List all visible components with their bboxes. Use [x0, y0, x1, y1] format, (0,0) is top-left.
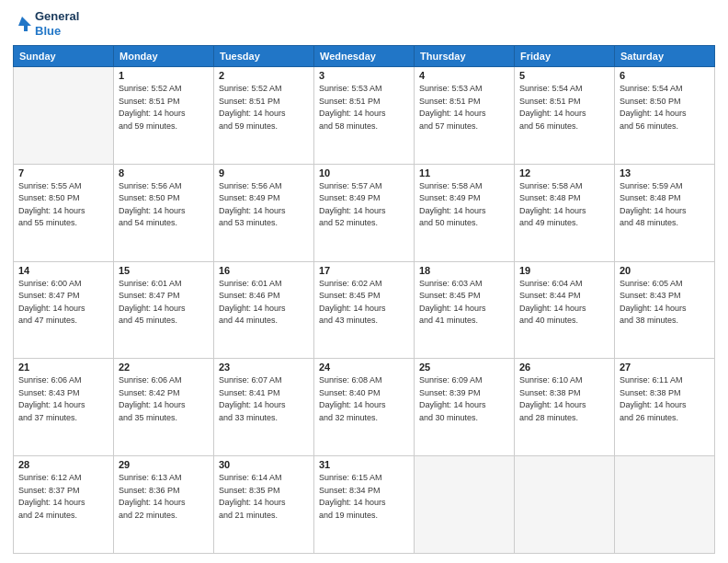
- day-number: 12: [519, 167, 609, 178]
- day-number: 16: [219, 265, 309, 276]
- day-number: 14: [18, 265, 108, 276]
- day-number: 23: [219, 362, 309, 373]
- calendar-cell: 30Sunrise: 6:14 AM Sunset: 8:35 PM Dayli…: [214, 456, 314, 554]
- day-info: Sunrise: 6:06 AM Sunset: 8:43 PM Dayligh…: [18, 374, 108, 424]
- calendar-body: 1Sunrise: 5:52 AM Sunset: 8:51 PM Daylig…: [14, 67, 715, 554]
- day-info: Sunrise: 6:13 AM Sunset: 8:36 PM Dayligh…: [119, 472, 209, 522]
- calendar-cell: 23Sunrise: 6:07 AM Sunset: 8:41 PM Dayli…: [214, 359, 314, 456]
- day-number: 11: [419, 167, 509, 178]
- day-number: 1: [119, 70, 209, 81]
- day-info: Sunrise: 6:03 AM Sunset: 8:45 PM Dayligh…: [419, 278, 509, 327]
- calendar-cell: 1Sunrise: 5:52 AM Sunset: 8:51 PM Daylig…: [114, 67, 214, 165]
- calendar-cell: 28Sunrise: 6:12 AM Sunset: 8:37 PM Dayli…: [14, 456, 114, 554]
- calendar-cell: 14Sunrise: 6:00 AM Sunset: 8:47 PM Dayli…: [14, 261, 114, 359]
- day-info: Sunrise: 6:09 AM Sunset: 8:39 PM Dayligh…: [419, 374, 509, 424]
- day-info: Sunrise: 6:11 AM Sunset: 8:38 PM Dayligh…: [620, 374, 710, 424]
- weekday-header-thursday: Thursday: [415, 46, 515, 67]
- day-info: Sunrise: 5:56 AM Sunset: 8:50 PM Dayligh…: [119, 180, 209, 230]
- calendar-cell: [14, 67, 114, 165]
- day-number: 19: [519, 265, 609, 276]
- day-number: 30: [219, 459, 309, 470]
- day-info: Sunrise: 6:06 AM Sunset: 8:42 PM Dayligh…: [119, 374, 209, 424]
- calendar-header: SundayMondayTuesdayWednesdayThursdayFrid…: [14, 46, 715, 67]
- calendar-cell: 17Sunrise: 6:02 AM Sunset: 8:45 PM Dayli…: [314, 261, 415, 359]
- day-info: Sunrise: 6:01 AM Sunset: 8:46 PM Dayligh…: [219, 278, 309, 327]
- day-number: 21: [18, 362, 108, 373]
- calendar-cell: 29Sunrise: 6:13 AM Sunset: 8:36 PM Dayli…: [114, 456, 214, 554]
- calendar-cell: 21Sunrise: 6:06 AM Sunset: 8:43 PM Dayli…: [14, 359, 114, 456]
- day-number: 17: [319, 265, 409, 276]
- weekday-header-saturday: Saturday: [615, 46, 715, 67]
- day-number: 28: [18, 459, 108, 470]
- calendar-week-row: 21Sunrise: 6:06 AM Sunset: 8:43 PM Dayli…: [14, 359, 715, 456]
- day-number: 29: [119, 459, 209, 470]
- calendar-cell: 27Sunrise: 6:11 AM Sunset: 8:38 PM Dayli…: [615, 359, 715, 456]
- calendar-week-row: 14Sunrise: 6:00 AM Sunset: 8:47 PM Dayli…: [14, 261, 715, 359]
- calendar-cell: 24Sunrise: 6:08 AM Sunset: 8:40 PM Dayli…: [314, 359, 415, 456]
- day-number: 15: [119, 265, 209, 276]
- day-info: Sunrise: 6:02 AM Sunset: 8:45 PM Dayligh…: [319, 278, 409, 327]
- day-info: Sunrise: 6:00 AM Sunset: 8:47 PM Dayligh…: [18, 278, 108, 327]
- calendar-cell: 5Sunrise: 5:54 AM Sunset: 8:51 PM Daylig…: [515, 67, 615, 165]
- day-info: Sunrise: 5:58 AM Sunset: 8:49 PM Dayligh…: [419, 180, 509, 230]
- day-number: 8: [119, 167, 209, 178]
- day-number: 26: [519, 362, 609, 373]
- day-number: 20: [620, 265, 710, 276]
- day-number: 24: [319, 362, 409, 373]
- page-header: General Blue: [13, 9, 715, 38]
- calendar-cell: [615, 456, 715, 554]
- day-info: Sunrise: 6:05 AM Sunset: 8:43 PM Dayligh…: [620, 278, 710, 327]
- day-number: 6: [620, 70, 710, 81]
- calendar-week-row: 1Sunrise: 5:52 AM Sunset: 8:51 PM Daylig…: [14, 67, 715, 165]
- day-info: Sunrise: 6:12 AM Sunset: 8:37 PM Dayligh…: [18, 472, 108, 522]
- calendar-cell: 20Sunrise: 6:05 AM Sunset: 8:43 PM Dayli…: [615, 261, 715, 359]
- calendar-cell: 10Sunrise: 5:57 AM Sunset: 8:49 PM Dayli…: [314, 164, 415, 261]
- day-info: Sunrise: 5:52 AM Sunset: 8:51 PM Dayligh…: [219, 83, 309, 132]
- logo-line2: Blue: [35, 24, 79, 39]
- calendar-cell: 9Sunrise: 5:56 AM Sunset: 8:49 PM Daylig…: [214, 164, 314, 261]
- weekday-header-row: SundayMondayTuesdayWednesdayThursdayFrid…: [14, 46, 715, 67]
- day-info: Sunrise: 5:54 AM Sunset: 8:51 PM Dayligh…: [519, 83, 609, 132]
- day-info: Sunrise: 5:53 AM Sunset: 8:51 PM Dayligh…: [419, 83, 509, 132]
- day-number: 13: [620, 167, 710, 178]
- calendar-cell: 7Sunrise: 5:55 AM Sunset: 8:50 PM Daylig…: [14, 164, 114, 261]
- weekday-header-wednesday: Wednesday: [314, 46, 415, 67]
- day-number: 2: [219, 70, 309, 81]
- calendar-cell: 25Sunrise: 6:09 AM Sunset: 8:39 PM Dayli…: [415, 359, 515, 456]
- calendar-cell: 16Sunrise: 6:01 AM Sunset: 8:46 PM Dayli…: [214, 261, 314, 359]
- calendar-week-row: 28Sunrise: 6:12 AM Sunset: 8:37 PM Dayli…: [14, 456, 715, 554]
- day-info: Sunrise: 6:07 AM Sunset: 8:41 PM Dayligh…: [219, 374, 309, 424]
- day-info: Sunrise: 6:08 AM Sunset: 8:40 PM Dayligh…: [319, 374, 409, 424]
- logo-triangle-icon: [13, 15, 31, 33]
- day-info: Sunrise: 5:54 AM Sunset: 8:50 PM Dayligh…: [620, 83, 710, 132]
- day-number: 7: [18, 167, 108, 178]
- day-number: 9: [219, 167, 309, 178]
- day-number: 27: [620, 362, 710, 373]
- calendar-cell: 2Sunrise: 5:52 AM Sunset: 8:51 PM Daylig…: [214, 67, 314, 165]
- day-info: Sunrise: 5:58 AM Sunset: 8:48 PM Dayligh…: [519, 180, 609, 230]
- weekday-header-monday: Monday: [114, 46, 214, 67]
- weekday-header-friday: Friday: [515, 46, 615, 67]
- calendar-cell: 31Sunrise: 6:15 AM Sunset: 8:34 PM Dayli…: [314, 456, 415, 554]
- calendar-cell: 26Sunrise: 6:10 AM Sunset: 8:38 PM Dayli…: [515, 359, 615, 456]
- weekday-header-sunday: Sunday: [14, 46, 114, 67]
- calendar-cell: 18Sunrise: 6:03 AM Sunset: 8:45 PM Dayli…: [415, 261, 515, 359]
- day-info: Sunrise: 6:04 AM Sunset: 8:44 PM Dayligh…: [519, 278, 609, 327]
- day-info: Sunrise: 6:15 AM Sunset: 8:34 PM Dayligh…: [319, 472, 409, 522]
- day-number: 31: [319, 459, 409, 470]
- calendar-cell: 13Sunrise: 5:59 AM Sunset: 8:48 PM Dayli…: [615, 164, 715, 261]
- weekday-header-tuesday: Tuesday: [214, 46, 314, 67]
- day-info: Sunrise: 5:57 AM Sunset: 8:49 PM Dayligh…: [319, 180, 409, 230]
- day-number: 10: [319, 167, 409, 178]
- calendar-cell: [515, 456, 615, 554]
- day-number: 5: [519, 70, 609, 81]
- day-info: Sunrise: 5:56 AM Sunset: 8:49 PM Dayligh…: [219, 180, 309, 230]
- day-number: 4: [419, 70, 509, 81]
- day-info: Sunrise: 5:55 AM Sunset: 8:50 PM Dayligh…: [18, 180, 108, 230]
- day-info: Sunrise: 5:52 AM Sunset: 8:51 PM Dayligh…: [119, 83, 209, 132]
- calendar-cell: 11Sunrise: 5:58 AM Sunset: 8:49 PM Dayli…: [415, 164, 515, 261]
- day-info: Sunrise: 5:53 AM Sunset: 8:51 PM Dayligh…: [319, 83, 409, 132]
- calendar-cell: 22Sunrise: 6:06 AM Sunset: 8:42 PM Dayli…: [114, 359, 214, 456]
- day-info: Sunrise: 5:59 AM Sunset: 8:48 PM Dayligh…: [620, 180, 710, 230]
- calendar-cell: [415, 456, 515, 554]
